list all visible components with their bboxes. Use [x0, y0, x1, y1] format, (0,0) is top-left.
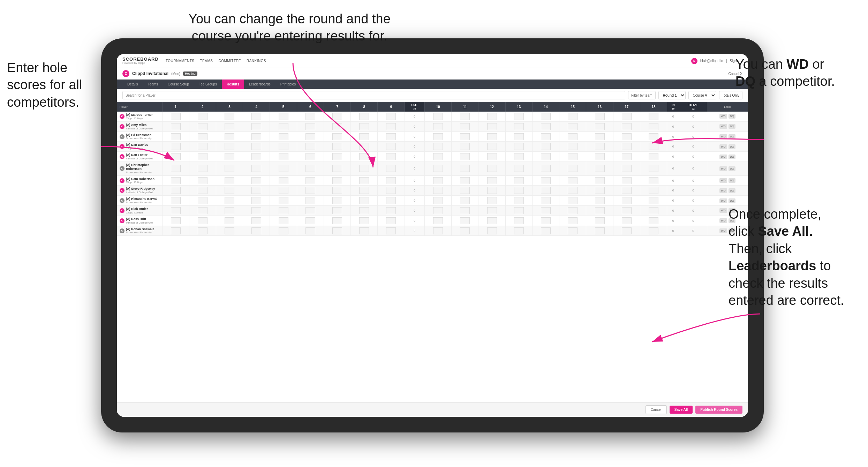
hole-4-cell[interactable] — [243, 186, 270, 196]
hole-3-cell[interactable] — [216, 112, 243, 121]
hole-9-cell[interactable] — [378, 142, 405, 152]
hole-2-input[interactable] — [198, 133, 207, 140]
hole-6-cell[interactable] — [297, 121, 324, 131]
hole-18-input[interactable] — [649, 123, 658, 130]
hole-16-input[interactable] — [595, 207, 605, 214]
hole-18-cell[interactable] — [640, 142, 667, 152]
hole-4-input[interactable] — [251, 187, 261, 194]
hole-2-cell[interactable] — [189, 162, 216, 176]
hole-13-input[interactable] — [514, 123, 524, 130]
hole-17-input[interactable] — [622, 133, 632, 140]
hole-18-cell[interactable] — [640, 112, 667, 121]
hole-16-cell[interactable] — [586, 216, 613, 226]
hole-13-cell[interactable] — [505, 152, 532, 162]
hole-11-input[interactable] — [460, 197, 470, 204]
hole-18-input[interactable] — [649, 197, 658, 204]
hole-8-cell[interactable] — [351, 162, 378, 176]
wd-button[interactable]: WD — [719, 228, 727, 233]
wd-button[interactable]: WD — [719, 188, 727, 193]
hole-14-input[interactable] — [541, 133, 551, 140]
hole-11-cell[interactable] — [452, 131, 478, 142]
hole-3-cell[interactable] — [216, 196, 243, 206]
hole-8-cell[interactable] — [351, 152, 378, 162]
hole-16-input[interactable] — [595, 227, 605, 234]
hole-15-input[interactable] — [568, 153, 578, 160]
hole-11-cell[interactable] — [452, 175, 478, 186]
hole-9-input[interactable] — [386, 227, 396, 234]
dq-button[interactable]: DQ — [729, 166, 735, 171]
hole-7-cell[interactable] — [324, 175, 350, 186]
hole-5-cell[interactable] — [270, 131, 297, 142]
nav-teams[interactable]: TEAMS — [200, 59, 213, 63]
hole-10-input[interactable] — [433, 187, 443, 194]
hole-11-input[interactable] — [460, 187, 470, 194]
hole-5-input[interactable] — [279, 153, 288, 160]
hole-8-cell[interactable] — [351, 112, 378, 121]
hole-8-input[interactable] — [359, 165, 369, 172]
hole-6-input[interactable] — [305, 143, 315, 150]
hole-16-input[interactable] — [595, 187, 605, 194]
hole-6-cell[interactable] — [297, 152, 324, 162]
hole-10-input[interactable] — [433, 207, 443, 214]
hole-11-input[interactable] — [460, 153, 470, 160]
hole-16-input[interactable] — [595, 123, 605, 130]
dq-button[interactable]: DQ — [729, 198, 735, 203]
hole-8-input[interactable] — [359, 217, 369, 224]
hole-18-input[interactable] — [649, 143, 658, 150]
hole-14-cell[interactable] — [532, 216, 559, 226]
hole-17-input[interactable] — [622, 153, 632, 160]
hole-11-cell[interactable] — [452, 216, 478, 226]
hole-10-input[interactable] — [433, 217, 443, 224]
hole-15-cell[interactable] — [559, 142, 586, 152]
hole-5-input[interactable] — [279, 197, 288, 204]
hole-13-cell[interactable] — [505, 196, 532, 206]
hole-6-input[interactable] — [305, 217, 315, 224]
hole-11-cell[interactable] — [452, 112, 478, 121]
hole-8-input[interactable] — [359, 177, 369, 184]
hole-10-input[interactable] — [433, 113, 443, 120]
hole-13-cell[interactable] — [505, 206, 532, 216]
hole-2-input[interactable] — [198, 197, 207, 204]
hole-17-cell[interactable] — [613, 142, 640, 152]
hole-15-cell[interactable] — [559, 226, 586, 236]
hole-8-cell[interactable] — [351, 131, 378, 142]
tab-results[interactable]: Results — [222, 80, 244, 89]
hole-1-cell[interactable] — [162, 142, 189, 152]
hole-14-cell[interactable] — [532, 152, 559, 162]
hole-17-cell[interactable] — [613, 206, 640, 216]
hole-16-input[interactable] — [595, 177, 605, 184]
hole-14-cell[interactable] — [532, 142, 559, 152]
hole-9-cell[interactable] — [378, 196, 405, 206]
hole-1-input[interactable] — [171, 187, 181, 194]
tab-teams[interactable]: Teams — [143, 80, 163, 89]
hole-10-cell[interactable] — [424, 186, 451, 196]
hole-16-cell[interactable] — [586, 186, 613, 196]
hole-2-input[interactable] — [198, 143, 207, 150]
hole-13-cell[interactable] — [505, 186, 532, 196]
search-input[interactable] — [122, 91, 625, 99]
hole-17-input[interactable] — [622, 187, 632, 194]
hole-13-input[interactable] — [514, 113, 524, 120]
hole-5-cell[interactable] — [270, 216, 297, 226]
hole-8-input[interactable] — [359, 187, 369, 194]
hole-6-input[interactable] — [305, 123, 315, 130]
hole-15-input[interactable] — [568, 207, 578, 214]
hole-3-cell[interactable] — [216, 131, 243, 142]
totals-only-btn[interactable]: Totals Only — [719, 91, 742, 99]
hole-15-cell[interactable] — [559, 175, 586, 186]
hole-7-input[interactable] — [332, 227, 342, 234]
hole-6-cell[interactable] — [297, 216, 324, 226]
wd-button[interactable]: WD — [719, 124, 727, 129]
hole-2-cell[interactable] — [189, 142, 216, 152]
hole-17-cell[interactable] — [613, 152, 640, 162]
hole-10-cell[interactable] — [424, 196, 451, 206]
hole-3-input[interactable] — [225, 143, 234, 150]
hole-13-cell[interactable] — [505, 226, 532, 236]
hole-14-cell[interactable] — [532, 162, 559, 176]
hole-5-cell[interactable] — [270, 226, 297, 236]
hole-7-cell[interactable] — [324, 196, 350, 206]
hole-18-input[interactable] — [649, 207, 658, 214]
hole-13-cell[interactable] — [505, 142, 532, 152]
hole-3-cell[interactable] — [216, 175, 243, 186]
hole-14-input[interactable] — [541, 143, 551, 150]
